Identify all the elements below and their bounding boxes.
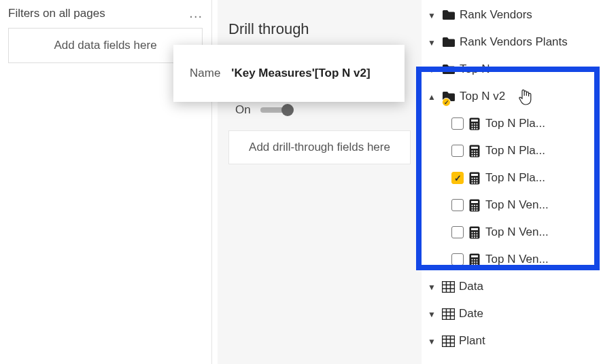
field-label: Top N Ven...: [485, 198, 549, 212]
field-label: Top N: [460, 62, 490, 76]
field-checkbox[interactable]: [451, 253, 464, 266]
field-label: Top N Ven...: [485, 225, 549, 239]
field-checkbox[interactable]: [451, 117, 464, 130]
svg-point-9: [474, 128, 475, 129]
svg-point-21: [476, 155, 477, 156]
svg-point-5: [471, 125, 473, 126]
folder-icon: [442, 10, 456, 20]
field-tooltip: Name 'Key Measures'[Top N v2]: [173, 45, 405, 102]
svg-point-16: [471, 152, 473, 153]
filters-more-icon[interactable]: ...: [189, 5, 203, 21]
svg-point-59: [476, 259, 477, 260]
svg-point-41: [471, 209, 473, 211]
folder-icon: [442, 37, 456, 48]
field-label: Top N Pla...: [485, 117, 545, 130]
field-item[interactable]: Top N Pla...: [422, 164, 601, 192]
svg-point-32: [476, 182, 477, 183]
field-item[interactable]: Top N Ven...: [422, 246, 601, 273]
keep-all-filters-toggle[interactable]: [260, 107, 293, 113]
svg-point-39: [474, 206, 475, 208]
field-item[interactable]: Top N Pla...: [422, 137, 601, 164]
field-checkbox[interactable]: [451, 199, 464, 211]
measure-icon: [469, 172, 480, 185]
svg-point-13: [471, 150, 473, 151]
svg-point-50: [474, 234, 475, 235]
measure-icon: [469, 145, 480, 158]
filters-title: Filters on all pages: [8, 7, 105, 20]
field-folder[interactable]: Data: [422, 273, 601, 300]
field-checkbox[interactable]: [451, 226, 464, 238]
measure-icon: [469, 117, 480, 130]
svg-point-26: [476, 177, 477, 179]
drillthrough-dropzone[interactable]: Add drill-through fields here: [228, 130, 411, 164]
chevron-down-icon[interactable]: [426, 308, 438, 319]
chevron-down-icon[interactable]: [426, 281, 438, 292]
svg-point-35: [471, 204, 473, 206]
table-icon: [442, 281, 455, 293]
svg-point-57: [471, 259, 473, 260]
svg-point-3: [474, 123, 475, 124]
svg-rect-45: [471, 228, 478, 230]
svg-point-10: [476, 128, 477, 129]
svg-point-52: [471, 236, 473, 238]
svg-point-38: [471, 206, 473, 208]
field-label: Data: [459, 280, 483, 293]
svg-point-61: [474, 261, 475, 262]
svg-rect-66: [443, 281, 455, 292]
measure-icon: [469, 199, 480, 212]
svg-point-30: [471, 182, 473, 183]
svg-point-18: [476, 152, 477, 153]
svg-point-42: [474, 209, 475, 211]
chevron-down-icon[interactable]: [426, 64, 438, 75]
field-label: Top N Pla...: [485, 144, 545, 158]
measure-icon: [469, 253, 480, 266]
svg-point-54: [476, 236, 477, 238]
svg-point-4: [476, 123, 477, 124]
tooltip-value: 'Key Measures'[Top N v2]: [231, 67, 370, 80]
svg-rect-1: [471, 120, 478, 122]
svg-point-15: [476, 150, 477, 151]
field-folder[interactable]: Date: [422, 300, 601, 327]
chevron-down-icon[interactable]: [426, 37, 438, 48]
svg-point-48: [476, 232, 477, 233]
svg-point-17: [474, 152, 475, 153]
svg-point-6: [474, 125, 475, 126]
svg-point-29: [476, 179, 477, 181]
field-checkbox[interactable]: [451, 145, 464, 157]
svg-point-25: [474, 177, 475, 179]
tooltip-label: Name: [190, 67, 220, 80]
folder-icon: [442, 64, 456, 75]
field-folder[interactable]: Rank Vendors: [422, 1, 601, 29]
field-folder[interactable]: Rank Vendors Plants: [422, 29, 601, 56]
svg-point-28: [474, 179, 475, 181]
svg-rect-23: [471, 174, 478, 176]
field-label: Plant: [459, 334, 485, 348]
svg-point-43: [476, 209, 477, 211]
field-item[interactable]: Top N Ven...: [422, 192, 601, 219]
svg-point-63: [471, 263, 473, 265]
svg-point-19: [471, 155, 473, 156]
field-folder[interactable]: Top N: [422, 56, 601, 83]
svg-rect-56: [471, 255, 478, 257]
chevron-up-icon[interactable]: [426, 91, 438, 102]
field-label: Rank Vendors: [460, 8, 532, 22]
field-label: Top N Ven...: [485, 253, 549, 266]
selected-badge-icon: [442, 98, 451, 107]
field-label: Top N v2: [460, 90, 505, 103]
chevron-down-icon[interactable]: [426, 10, 438, 20]
svg-point-60: [471, 261, 473, 262]
svg-point-2: [471, 123, 473, 124]
keep-all-filters-value: On: [235, 103, 251, 117]
toggle-knob-icon: [281, 104, 294, 116]
field-folder[interactable]: Top N v2: [422, 83, 601, 110]
svg-rect-71: [443, 308, 455, 319]
svg-point-51: [476, 234, 477, 235]
field-checkbox[interactable]: [451, 172, 464, 184]
svg-point-64: [474, 263, 475, 265]
svg-point-47: [474, 232, 475, 233]
field-folder[interactable]: Plant: [422, 327, 601, 354]
field-item[interactable]: Top N Pla...: [422, 110, 601, 137]
field-item[interactable]: Top N Ven...: [422, 219, 601, 246]
chevron-down-icon[interactable]: [426, 335, 438, 346]
svg-point-14: [474, 150, 475, 151]
